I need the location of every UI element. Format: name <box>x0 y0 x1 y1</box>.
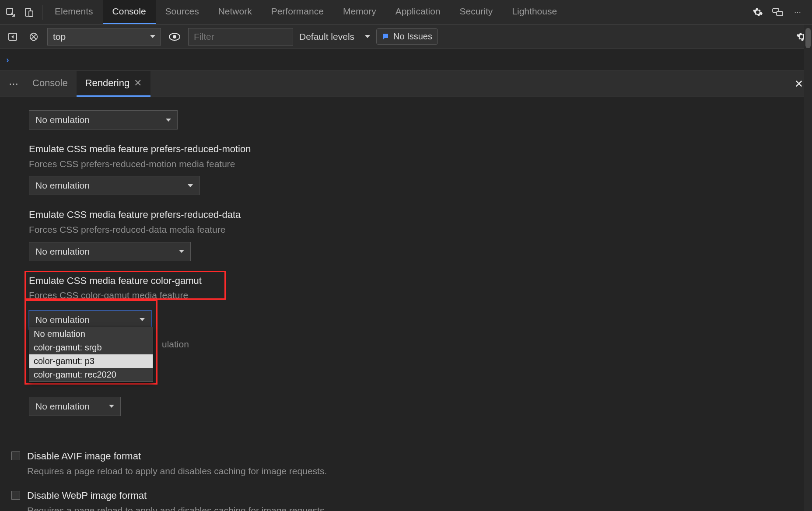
disable-webp-title: Disable WebP image format <box>27 489 327 503</box>
tab-elements[interactable]: Elements <box>45 0 103 24</box>
prefers-reduced-motion-title: Emulate CSS media feature prefers-reduce… <box>29 143 797 156</box>
color-gamut-option-p3[interactable]: color-gamut: p3 <box>29 354 153 368</box>
clear-console-icon[interactable] <box>26 29 41 44</box>
color-gamut-dropdown: No emulation color-gamut: srgb color-gam… <box>29 327 153 382</box>
device-toggle-icon[interactable] <box>23 6 35 18</box>
customize-icon[interactable] <box>772 6 784 18</box>
drawer-more-icon[interactable]: ⋯ <box>4 78 24 90</box>
obscured-text: ulation <box>162 339 189 350</box>
color-gamut-option-no-emulation[interactable]: No emulation <box>29 327 153 341</box>
svg-point-9 <box>173 35 176 38</box>
separator <box>29 439 797 439</box>
select-generic-top-value: No emulation <box>35 115 90 125</box>
chevron-down-icon <box>150 35 155 38</box>
more-menu-icon[interactable]: ⋯ <box>792 6 804 18</box>
live-expressions-icon[interactable] <box>167 29 182 44</box>
prefers-reduced-motion-desc: Forces CSS prefers-reduced-motion media … <box>29 157 797 171</box>
inspect-icon[interactable] <box>4 6 17 18</box>
close-tab-icon[interactable]: ✕ <box>134 77 142 89</box>
tab-memory[interactable]: Memory <box>333 0 386 24</box>
tab-performance[interactable]: Performance <box>262 0 333 24</box>
checkbox-disable-avif[interactable] <box>11 452 20 460</box>
select-prefers-reduced-motion[interactable]: No emulation <box>29 176 200 195</box>
tab-security[interactable]: Security <box>450 0 502 24</box>
console-input-row[interactable]: › <box>0 49 812 71</box>
tab-lighthouse[interactable]: Lighthouse <box>502 0 567 24</box>
log-levels-selector[interactable]: Default levels <box>299 32 370 42</box>
chevron-down-icon <box>188 184 193 187</box>
issues-icon <box>382 33 390 41</box>
vertical-scrollbar[interactable] <box>804 24 812 511</box>
scrollbar-thumb[interactable] <box>805 28 811 48</box>
filter-input[interactable] <box>188 28 293 46</box>
highlight-box-title <box>24 271 226 300</box>
select-prefers-reduced-data[interactable]: No emulation <box>29 242 191 261</box>
prompt-chevron-icon: › <box>6 55 9 65</box>
select-prefers-reduced-data-value: No emulation <box>35 246 90 257</box>
context-value: top <box>53 32 66 42</box>
color-gamut-option-srgb[interactable]: color-gamut: srgb <box>29 341 153 354</box>
toggle-drawer-icon[interactable] <box>5 29 20 44</box>
drawer-tab-console[interactable]: Console <box>24 71 77 97</box>
settings-gear-icon[interactable] <box>752 6 764 18</box>
tab-network[interactable]: Network <box>209 0 262 24</box>
chevron-down-icon <box>166 119 171 122</box>
issues-text: No Issues <box>393 32 432 42</box>
drawer-tab-rendering-label: Rendering <box>85 77 130 89</box>
drawer-tab-rendering[interactable]: Rendering ✕ <box>77 71 151 97</box>
select-prefers-reduced-motion-value: No emulation <box>35 180 90 191</box>
disable-avif-title: Disable AVIF image format <box>27 450 327 463</box>
chevron-down-icon <box>365 35 370 38</box>
prefers-reduced-data-title: Emulate CSS media feature prefers-reduce… <box>29 208 797 222</box>
disable-avif-desc: Requires a page reload to apply and disa… <box>27 464 327 478</box>
checkbox-disable-webp[interactable] <box>11 491 20 500</box>
svg-rect-4 <box>777 11 783 16</box>
select-hidden-below-value: No emulation <box>35 401 90 412</box>
chevron-down-icon <box>179 250 184 253</box>
prefers-reduced-data-desc: Forces CSS prefers-reduced-data media fe… <box>29 223 797 237</box>
tab-sources[interactable]: Sources <box>156 0 209 24</box>
color-gamut-option-rec2020[interactable]: color-gamut: rec2020 <box>29 368 153 382</box>
select-generic-top[interactable]: No emulation <box>29 110 178 130</box>
disable-webp-desc: Requires a page reload to apply and disa… <box>27 504 327 511</box>
issues-badge[interactable]: No Issues <box>376 28 438 45</box>
tab-application[interactable]: Application <box>386 0 450 24</box>
select-hidden-below[interactable]: No emulation <box>29 397 121 416</box>
tab-console[interactable]: Console <box>103 0 156 24</box>
levels-label: Default levels <box>299 32 354 42</box>
context-selector[interactable]: top <box>47 28 161 46</box>
svg-rect-2 <box>29 11 33 17</box>
chevron-down-icon <box>109 405 114 408</box>
